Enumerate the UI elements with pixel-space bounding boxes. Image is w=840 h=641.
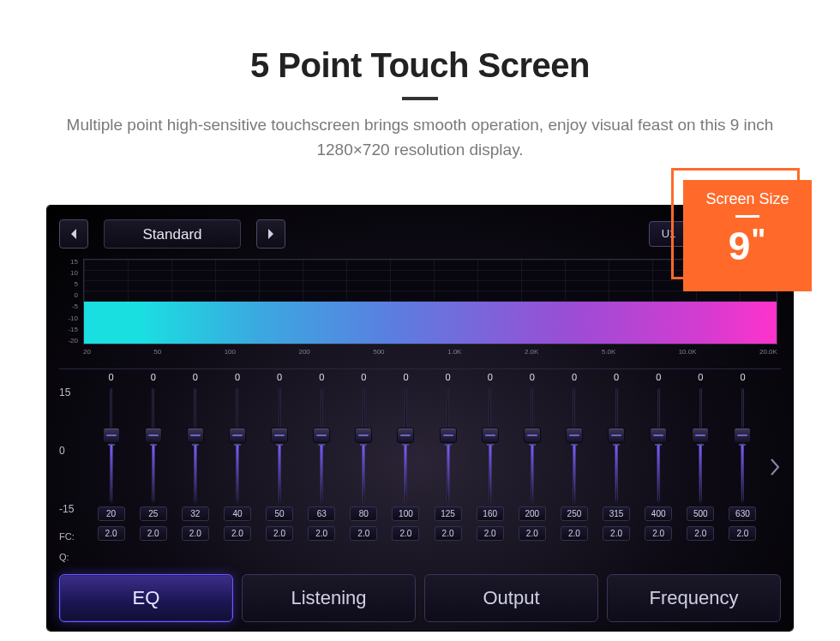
eq-slider[interactable] xyxy=(531,388,533,501)
eq-q-value[interactable]: 2.0 xyxy=(645,526,672,541)
x-tick: 5.0K xyxy=(602,348,615,360)
eq-q-value[interactable]: 2.0 xyxy=(561,526,588,541)
eq-gain-value: 0 xyxy=(235,369,240,385)
y-tick: -10 xyxy=(59,315,81,322)
eq-slider-thumb[interactable] xyxy=(650,428,667,443)
eq-fc-value[interactable]: 125 xyxy=(435,506,462,521)
x-tick: 10.0K xyxy=(679,348,697,360)
preset-prev-button[interactable] xyxy=(59,219,88,249)
eq-slider[interactable] xyxy=(615,388,618,501)
eq-q-value[interactable]: 2.0 xyxy=(435,526,462,541)
x-tick: 20.0K xyxy=(759,348,777,360)
eq-q-value[interactable]: 2.0 xyxy=(224,526,251,541)
eq-q-value[interactable]: 2.0 xyxy=(350,526,377,541)
eq-slider-thumb[interactable] xyxy=(103,428,120,443)
eq-fc-value[interactable]: 200 xyxy=(519,506,546,521)
eq-gain-value: 0 xyxy=(488,369,493,385)
tab-eq[interactable]: EQ xyxy=(59,574,233,622)
spectrum-x-axis: 20501002005001.0K2.0K5.0K10.0K20.0K xyxy=(83,348,777,360)
eq-band-160: 01602.0 xyxy=(469,369,511,566)
eq-fc-value[interactable]: 25 xyxy=(140,506,167,521)
y-tick: -5 xyxy=(59,303,81,310)
eq-fc-value[interactable]: 100 xyxy=(392,506,419,521)
eq-slider-thumb[interactable] xyxy=(692,428,709,443)
eq-fc-value[interactable]: 80 xyxy=(350,506,377,521)
eq-fc-value[interactable]: 400 xyxy=(645,506,672,521)
eq-slider[interactable] xyxy=(236,388,238,501)
tab-frequency[interactable]: Frequency xyxy=(607,574,781,622)
eq-scale: 15 0 -15 xyxy=(59,369,90,515)
eq-slider[interactable] xyxy=(110,388,112,501)
eq-fc-value[interactable]: 250 xyxy=(561,506,588,521)
eq-fc-value[interactable]: 63 xyxy=(308,506,335,521)
eq-fc-value[interactable]: 500 xyxy=(687,506,714,521)
eq-slider-thumb[interactable] xyxy=(145,428,162,443)
chevron-left-icon xyxy=(69,228,79,240)
eq-q-value[interactable]: 2.0 xyxy=(687,526,714,541)
eq-band-125: 01252.0 xyxy=(427,369,469,566)
eq-q-value[interactable]: 2.0 xyxy=(392,526,419,541)
eq-slider-thumb[interactable] xyxy=(734,428,751,443)
eq-fc-value[interactable]: 630 xyxy=(729,506,756,521)
y-tick: -15 xyxy=(59,326,81,333)
eq-slider-thumb[interactable] xyxy=(397,428,414,443)
size-badge-label: Screen Size xyxy=(690,190,805,208)
eq-slider-thumb[interactable] xyxy=(566,428,583,443)
eq-fc-value[interactable]: 32 xyxy=(182,506,209,521)
eq-band-32: 0322.0 xyxy=(174,369,216,566)
eq-slider[interactable] xyxy=(741,388,744,501)
eq-slider-thumb[interactable] xyxy=(482,428,499,443)
eq-q-value[interactable]: 2.0 xyxy=(182,526,209,541)
x-tick: 500 xyxy=(373,348,384,360)
eq-slider-thumb[interactable] xyxy=(608,428,625,443)
eq-slider[interactable] xyxy=(321,388,323,501)
eq-q-value[interactable]: 2.0 xyxy=(266,526,293,541)
eq-slider[interactable] xyxy=(489,388,491,501)
eq-band-400: 04002.0 xyxy=(638,369,680,566)
preset-next-button[interactable] xyxy=(256,219,285,249)
y-tick: 15 xyxy=(59,259,81,266)
eq-slider-thumb[interactable] xyxy=(229,428,246,443)
eq-q-value[interactable]: 2.0 xyxy=(729,526,756,541)
eq-slider-thumb[interactable] xyxy=(355,428,372,443)
eq-scale-mid: 0 xyxy=(59,445,90,457)
preset-name[interactable]: Standard xyxy=(104,219,241,249)
eq-slider[interactable] xyxy=(363,388,365,501)
eq-more-button[interactable] xyxy=(767,451,783,483)
eq-slider[interactable] xyxy=(447,388,449,501)
eq-q-value[interactable]: 2.0 xyxy=(477,526,504,541)
eq-slider[interactable] xyxy=(279,388,281,501)
eq-band-100: 01002.0 xyxy=(385,369,427,566)
eq-slider[interactable] xyxy=(194,388,196,501)
x-tick: 100 xyxy=(225,348,236,360)
chevron-right-icon xyxy=(769,458,781,476)
eq-q-value[interactable]: 2.0 xyxy=(140,526,167,541)
eq-band-80: 0802.0 xyxy=(343,369,385,566)
eq-slider[interactable] xyxy=(657,388,660,501)
eq-q-value[interactable]: 2.0 xyxy=(308,526,335,541)
eq-slider[interactable] xyxy=(152,388,154,501)
eq-slider-thumb[interactable] xyxy=(524,428,541,443)
eq-q-value[interactable]: 2.0 xyxy=(98,526,125,541)
tab-output[interactable]: Output xyxy=(424,574,598,622)
eq-fc-value[interactable]: 40 xyxy=(224,506,251,521)
eq-gain-value: 0 xyxy=(361,369,366,385)
title-underline xyxy=(402,97,438,100)
page-title: 5 Point Touch Screen xyxy=(0,46,840,85)
eq-gain-value: 0 xyxy=(614,369,619,385)
eq-slider-thumb[interactable] xyxy=(313,428,330,443)
eq-slider-thumb[interactable] xyxy=(271,428,288,443)
eq-band-20: 0202.0 xyxy=(90,369,132,566)
eq-fc-value[interactable]: 20 xyxy=(98,506,125,521)
eq-slider[interactable] xyxy=(699,388,702,501)
eq-slider[interactable] xyxy=(573,388,575,501)
eq-slider[interactable] xyxy=(405,388,407,501)
eq-slider-thumb[interactable] xyxy=(440,428,457,443)
eq-slider-thumb[interactable] xyxy=(187,428,204,443)
eq-fc-value[interactable]: 315 xyxy=(603,506,630,521)
eq-q-value[interactable]: 2.0 xyxy=(519,526,546,541)
eq-fc-value[interactable]: 160 xyxy=(477,506,504,521)
eq-fc-value[interactable]: 50 xyxy=(266,506,293,521)
tab-listening[interactable]: Listening xyxy=(242,574,416,622)
eq-q-value[interactable]: 2.0 xyxy=(603,526,630,541)
